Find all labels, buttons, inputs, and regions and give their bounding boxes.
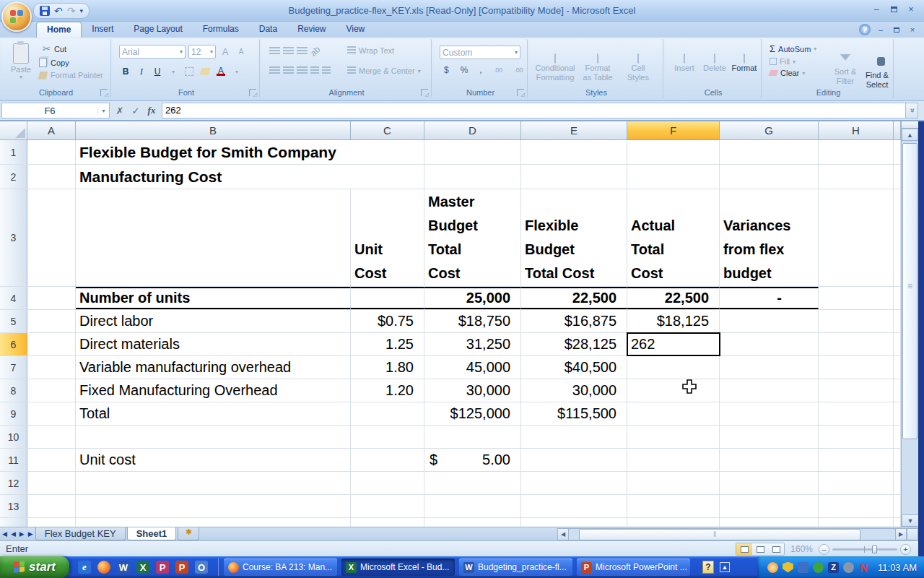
name-box-dropdown-icon[interactable]: ▾ bbox=[97, 108, 109, 114]
cell-a13[interactable] bbox=[27, 495, 76, 517]
tab-view[interactable]: View bbox=[336, 22, 375, 38]
merge-center-button[interactable]: Merge & Center bbox=[359, 66, 415, 75]
tray-antivirus-icon[interactable] bbox=[813, 562, 824, 573]
clipboard-dialog-launcher[interactable] bbox=[100, 89, 108, 96]
cell-e1[interactable] bbox=[521, 140, 627, 164]
align-left-icon[interactable] bbox=[269, 66, 280, 75]
restore-arrows-icon[interactable]: ▲ bbox=[720, 562, 730, 572]
cell-a10[interactable] bbox=[27, 426, 76, 448]
cell-b12[interactable] bbox=[76, 472, 351, 494]
increase-indent-icon[interactable] bbox=[322, 66, 331, 75]
row-header-2[interactable]: 2 bbox=[0, 165, 27, 189]
tray-update-icon[interactable] bbox=[767, 562, 778, 573]
cell-d2[interactable] bbox=[424, 165, 521, 189]
increase-decimal-button[interactable]: .00 bbox=[489, 66, 507, 74]
column-header-c[interactable]: C bbox=[351, 121, 424, 139]
zoom-slider[interactable]: – + bbox=[819, 544, 911, 555]
cell-h12[interactable] bbox=[819, 472, 894, 494]
cell-d9[interactable]: $125,000 bbox=[424, 402, 521, 425]
cell-e12[interactable] bbox=[521, 472, 627, 494]
tray-tools-icon[interactable] bbox=[798, 562, 808, 573]
row-header-1[interactable]: 1 bbox=[0, 140, 27, 164]
align-center-icon[interactable] bbox=[283, 66, 294, 75]
tray-misc-icon[interactable] bbox=[843, 562, 854, 573]
cell-e3[interactable]: Flexible Budget Total Cost bbox=[521, 189, 627, 286]
cell-e5[interactable]: $16,875 bbox=[521, 310, 627, 332]
cell-e11[interactable] bbox=[521, 449, 627, 471]
name-box[interactable]: F6 ▾ bbox=[1, 103, 110, 118]
cell-h13[interactable] bbox=[819, 495, 894, 517]
cell-c10[interactable] bbox=[351, 426, 424, 448]
publisher-icon[interactable]: P bbox=[156, 561, 169, 574]
cell-d12[interactable] bbox=[424, 472, 521, 494]
cell-a2[interactable] bbox=[27, 165, 76, 189]
fill-color-icon[interactable] bbox=[199, 65, 212, 78]
cell-c6[interactable]: 1.25 bbox=[351, 333, 424, 355]
excel-icon[interactable]: X bbox=[136, 561, 149, 574]
cell-h1[interactable] bbox=[819, 140, 894, 164]
cell-e7[interactable]: $40,500 bbox=[521, 356, 627, 379]
zoom-level[interactable]: 160% bbox=[790, 544, 813, 554]
start-button[interactable]: start bbox=[0, 556, 69, 578]
cell-f2[interactable] bbox=[627, 165, 720, 189]
cancel-icon[interactable]: ✗ bbox=[113, 105, 127, 116]
cell-d13[interactable] bbox=[424, 495, 521, 517]
row-header-9[interactable]: 9 bbox=[0, 402, 27, 425]
restore-icon[interactable] bbox=[886, 4, 901, 15]
underline-dropdown-icon[interactable]: ▾ bbox=[167, 65, 180, 78]
font-dialog-launcher[interactable] bbox=[249, 89, 256, 96]
word-icon[interactable]: W bbox=[117, 561, 130, 574]
cell-b6[interactable]: Direct materials bbox=[76, 333, 351, 355]
cell-b11[interactable]: Unit cost bbox=[76, 449, 351, 471]
row-header-6[interactable]: 6 bbox=[0, 333, 27, 355]
sheet-tab-flex-budget-key[interactable]: Flex Budget KEY bbox=[35, 527, 126, 540]
cell-e6[interactable]: $28,125 bbox=[521, 333, 627, 355]
autosum-button[interactable]: Σ AutoSum ▾ bbox=[770, 43, 816, 54]
scrollbar-split-handle[interactable] bbox=[902, 121, 918, 129]
font-name-combo[interactable]: Arial ▾ bbox=[119, 45, 186, 59]
row-header-5[interactable]: 5 bbox=[0, 310, 27, 332]
cell-f9[interactable] bbox=[627, 402, 720, 425]
zoom-in-icon[interactable]: + bbox=[900, 544, 911, 555]
format-as-table-button[interactable]: Format as Table bbox=[578, 45, 618, 82]
format-painter-button[interactable]: Format Painter bbox=[39, 71, 103, 79]
tray-shield-icon[interactable] bbox=[783, 562, 793, 573]
cell-b8[interactable]: Fixed Manufacturing Overhead bbox=[76, 379, 351, 402]
help-icon[interactable]: ? bbox=[859, 24, 871, 35]
cell-f11[interactable] bbox=[627, 449, 720, 471]
taskbar-button-firefox-course[interactable]: Course: BA 213: Man... bbox=[224, 558, 337, 576]
number-dialog-launcher[interactable] bbox=[517, 89, 524, 96]
cell-a12[interactable] bbox=[27, 472, 76, 494]
tab-insert[interactable]: Insert bbox=[82, 22, 123, 38]
cell-b1[interactable]: Flexible Budget for Smith Company bbox=[76, 140, 424, 164]
cell-c4[interactable] bbox=[351, 287, 424, 309]
delete-cells-button[interactable]: Delete bbox=[700, 45, 729, 73]
cell-g1[interactable] bbox=[720, 140, 819, 164]
insert-function-icon[interactable]: fx bbox=[144, 105, 159, 116]
cell-a8[interactable] bbox=[27, 379, 76, 402]
bold-button[interactable]: B bbox=[119, 65, 132, 78]
font-color-dropdown-icon[interactable]: ▾ bbox=[230, 65, 243, 78]
cell-g10[interactable] bbox=[720, 426, 819, 448]
cell-g11[interactable] bbox=[720, 449, 819, 471]
page-layout-view-icon[interactable] bbox=[752, 543, 768, 555]
accounting-format-button[interactable]: $ bbox=[440, 65, 453, 75]
cell-c5[interactable]: $0.75 bbox=[351, 310, 424, 332]
zoom-slider-thumb[interactable] bbox=[872, 545, 877, 553]
comma-style-button[interactable]: , bbox=[475, 65, 486, 75]
horizontal-scroll-thumb[interactable] bbox=[579, 529, 860, 540]
scroll-down-icon[interactable]: ▼ bbox=[902, 514, 919, 527]
cell-e2[interactable] bbox=[521, 165, 627, 189]
tab-review[interactable]: Review bbox=[287, 22, 336, 38]
cell-f1[interactable] bbox=[627, 140, 720, 164]
last-sheet-icon[interactable]: ▶ bbox=[28, 530, 33, 538]
cell-g6[interactable] bbox=[720, 333, 819, 355]
taskbar-button-powerpoint[interactable]: P Microsoft PowerPoint ... bbox=[577, 558, 690, 576]
font-color-button[interactable]: A bbox=[214, 65, 227, 78]
tray-z-icon[interactable]: Z bbox=[828, 562, 839, 573]
tab-page-layout[interactable]: Page Layout bbox=[123, 22, 192, 38]
enter-icon[interactable]: ✓ bbox=[128, 105, 143, 116]
cell-h10[interactable] bbox=[819, 426, 894, 448]
cell-h5[interactable] bbox=[819, 310, 894, 332]
workbook-close-icon[interactable]: × bbox=[907, 25, 918, 34]
